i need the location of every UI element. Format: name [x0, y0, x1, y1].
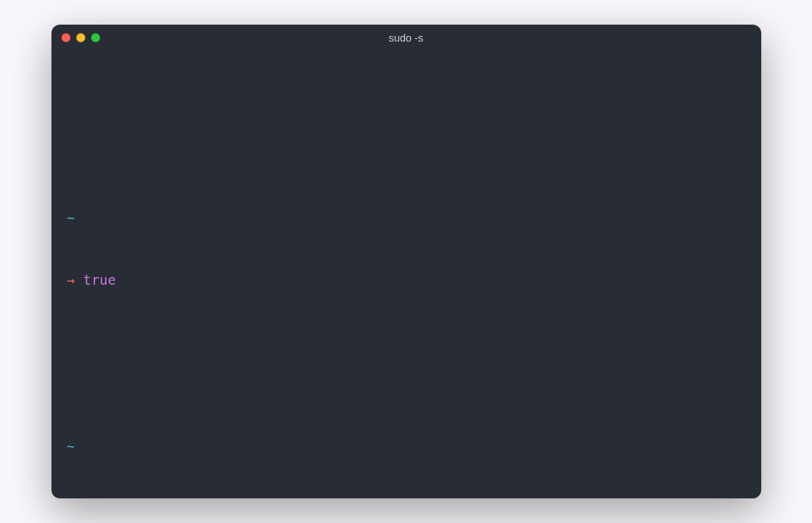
window-title: sudo -s	[51, 32, 761, 44]
path-tilde: ~	[67, 210, 75, 226]
command: true	[83, 272, 116, 288]
prompt-arrow-icon: →	[67, 272, 75, 288]
titlebar: sudo -s	[51, 25, 761, 50]
terminal-window: sudo -s ~ → true ~ → false ~ → cd Dotfil…	[51, 25, 761, 498]
fullscreen-icon[interactable]	[91, 33, 100, 42]
terminal-body[interactable]: ~ → true ~ → false ~ → cd Dotfiles ~/Dot…	[51, 50, 761, 498]
blank-line	[67, 104, 746, 125]
prompt-cmd-line: → true	[67, 270, 746, 290]
traffic-lights	[61, 33, 100, 42]
prompt-path-line: ~	[67, 436, 746, 457]
blank-line	[67, 333, 746, 353]
prompt-path-line: ~	[67, 208, 746, 228]
minimize-icon[interactable]	[76, 33, 85, 42]
close-icon[interactable]	[61, 33, 71, 42]
path-tilde: ~	[67, 438, 75, 454]
